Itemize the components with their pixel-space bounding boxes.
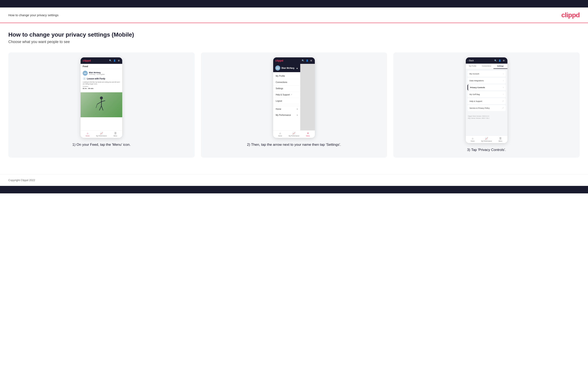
phone3-topbar: ‹ Back 🔍 👤 ⚙ [466,57,507,64]
nav3-home-label: Home [471,140,475,142]
screen2-body: BM Blair McHarg ▲ My Profile Connections… [273,64,315,130]
page-subheading: Choose what you want people to see [8,40,580,44]
menu-icon-3: ☰ [499,137,502,140]
logo: clippd [561,11,580,19]
menu-item-logout: Logout [273,98,300,104]
settings-row-help: Help & Support ↗ [467,98,506,104]
post-username: Blair McHarg [89,72,105,74]
footer: Copyright Clippd 2022 [0,174,588,186]
svg-line-4 [99,106,101,110]
phone1-bottomnav: ⌂ Home 📈 My Performance ☰ Menu [81,130,122,138]
phone2-icons: 🔍 👤 ⚙ [302,59,313,62]
phone-mockup-1: clippd 🔍 👤 ⚙ Feed BM Blair McHarg [81,57,122,138]
feed-post: BM Blair McHarg Yesterday · Sunningdale … [81,69,122,92]
settings-row-service: Service & Privacy Policy ↗ [467,105,506,111]
svg-line-5 [101,106,103,110]
search-icon-2: 🔍 [302,59,304,62]
post-avatar: BM [83,71,88,76]
page-heading: How to change your privacy settings (Mob… [8,31,580,38]
menu-username: Blair McHarg [282,67,294,69]
step-2-description: 2) Then, tap the arrow next to your name… [247,142,341,147]
version-server: GQL Server Version: 2022.7.30-1 [468,117,505,119]
menu-icon: ☰ [114,132,117,135]
settings-row-data-integrations: Data Integrations › [467,78,506,83]
back-button: ‹ Back [468,59,474,62]
nav2-menu-label: Menu [306,135,310,137]
svg-point-0 [100,96,103,99]
lesson-title: Lesson with Fordy [87,78,105,80]
my-account-label: My Account [469,73,479,75]
home-icon-2: ⌂ [279,132,281,135]
lesson-desc: Looking to feel like my hands are exitin… [83,81,120,85]
menu-user-left: BM Blair McHarg [275,66,294,70]
feed-tab: Feed [81,64,122,69]
chevron-right-privacy: › [503,86,503,89]
settings-row-golf-bag: My Golf Bag › [467,91,506,97]
nav-home: ⌂ Home [81,132,95,137]
phone2-topbar: clippd 🔍 👤 ⚙ [273,57,315,64]
screen1-body: Feed BM Blair McHarg Yesterday · Sunning… [81,64,122,130]
tab-connections: Connections [480,64,493,69]
nav-performance-label: My Performance [96,135,107,137]
duration-value: 01 hr : 30 min [83,88,120,89]
menu-item-profile: My Profile [273,73,300,79]
chevron-right-data: › [503,79,503,82]
svg-line-6 [96,104,97,108]
nav2-menu: ✕ Menu [301,132,315,137]
svg-line-3 [101,101,105,102]
version-info: Clippd Client Version: 2022.8.3-3 GQL Se… [466,114,507,121]
user-icon-3: 👤 [498,59,501,62]
home-icon: ⌂ [87,132,88,135]
chevron-down-icon-2: ▾ [297,114,298,116]
menu-section-performance: My Performance ▾ [273,112,300,118]
lesson-icon: 📋 [83,77,86,80]
performance-icon: 📈 [100,132,103,135]
step-3-card: ‹ Back 🔍 👤 ⚙ My Profile Connections Sett… [393,52,580,158]
phone3-bottomnav: ⌂ Home 📈 My Performance ☰ Menu [466,136,507,143]
menu-section-performance-label: My Performance [276,114,291,116]
phone2-bottomnav: ⌂ Home 📈 My Performance ✕ Menu [273,130,315,138]
nav-menu-label: Menu [113,135,117,137]
settings-list: My Account › Data Integrations › Privacy… [466,69,507,114]
settings-icon-3: ⚙ [502,59,505,62]
performance-icon-3: 📈 [485,137,488,140]
nav3-home: ⌂ Home [466,137,480,142]
golf-image [81,92,122,117]
nav2-home: ⌂ Home [273,132,287,137]
menu-item-connections: Connections [273,79,300,85]
phone1-logo: clippd [83,59,91,62]
phone-mockup-3: ‹ Back 🔍 👤 ⚙ My Profile Connections Sett… [466,57,507,143]
phone1-icons: 🔍 👤 ⚙ [109,59,120,62]
home-icon-3: ⌂ [472,137,473,140]
lesson-row: 📋 Lesson with Fordy [83,77,120,80]
menu-icon-2: ✕ [307,132,309,135]
data-integrations-label: Data Integrations [469,80,484,82]
svg-line-2 [97,102,101,104]
nav3-performance-label: My Performance [481,140,492,142]
chevron-down-icon: ▾ [297,108,298,110]
chevron-left-icon: ‹ [468,59,468,62]
phone-mockup-2: clippd 🔍 👤 ⚙ [273,57,315,138]
tab-settings: Settings [493,64,507,69]
header-title: How to change your privacy settings [8,13,59,17]
nav2-performance-label: My Performance [289,135,299,137]
menu-item-help: Help & Support ↗ [273,92,300,98]
settings-row-privacy-controls: Privacy Controls › [467,84,506,91]
settings-icon: ⚙ [117,59,120,62]
performance-icon-2: 📈 [292,132,295,135]
settings-row-my-account: My Account › [467,71,506,77]
help-support-label: Help & Support [469,100,482,102]
settings-tabs: My Profile Connections Settings [466,64,507,69]
phone1-topbar: clippd 🔍 👤 ⚙ [81,57,122,64]
nav2-home-label: Home [278,135,282,137]
external-icon-help-3: ↗ [502,100,504,102]
menu-user-row: BM Blair McHarg ▲ [273,64,300,72]
header: How to change your privacy settings clip… [0,8,588,23]
post-avatar-row: BM Blair McHarg Yesterday · Sunningdale [83,71,120,76]
my-golf-bag-label: My Golf Bag [469,93,480,95]
version-client: Clippd Client Version: 2022.8.3-3 [468,115,505,117]
phone2-logo: clippd [275,59,283,62]
menu-section: Home ▾ My Performance ▾ [273,106,300,118]
user-icon-2: 👤 [306,59,309,62]
service-privacy-label: Service & Privacy Policy [469,107,490,109]
